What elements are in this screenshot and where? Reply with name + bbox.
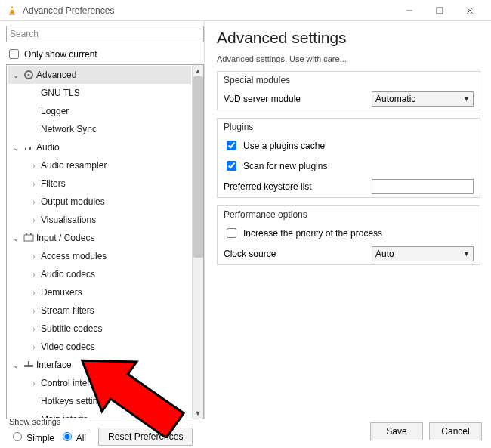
- show-settings-label: Show settings: [9, 417, 193, 426]
- tree-label: Audio: [36, 142, 60, 153]
- tree-label: GNU TLS: [41, 88, 80, 98]
- expand-icon[interactable]: ›: [29, 198, 39, 206]
- svg-rect-4: [437, 8, 443, 14]
- audio-icon: [23, 141, 35, 153]
- tree-item-network-sync[interactable]: Network Sync: [8, 120, 191, 138]
- tree-item-access-modules[interactable]: ›Access modules: [8, 247, 191, 265]
- tree-item-hotkeys[interactable]: Hotkeys settings: [8, 392, 191, 410]
- search-input[interactable]: Search: [6, 26, 204, 42]
- svg-rect-1: [9, 14, 15, 15]
- interface-icon: [23, 359, 35, 371]
- tree-label: Subtitle codecs: [41, 323, 102, 334]
- radio-simple[interactable]: Simple: [9, 430, 54, 443]
- expand-icon[interactable]: ›: [29, 289, 39, 297]
- only-show-current-label: Only show current: [24, 49, 97, 60]
- tree-label: Input / Codecs: [36, 233, 94, 243]
- page-title: Advanced settings: [217, 29, 480, 47]
- collapse-icon[interactable]: ⌄: [11, 144, 21, 152]
- tree-label: Advanced: [36, 70, 76, 80]
- tree-item-demuxers[interactable]: ›Demuxers: [8, 283, 191, 301]
- reset-preferences-button[interactable]: Reset Preferences: [98, 428, 193, 446]
- priority-checkbox[interactable]: [227, 228, 236, 238]
- tree-item-audio-codecs[interactable]: ›Audio codecs: [8, 265, 191, 283]
- checkbox-label: Scan for new plugins: [243, 161, 327, 171]
- radio-all[interactable]: All: [59, 430, 86, 443]
- collapse-icon[interactable]: ⌄: [11, 71, 21, 79]
- tree-label: Interface: [36, 360, 72, 370]
- tree-label: Logger: [41, 106, 69, 116]
- radio-simple-input[interactable]: [13, 432, 22, 441]
- tree-item-logger[interactable]: Logger: [8, 102, 191, 120]
- tree-item-audio-resampler[interactable]: ›Audio resampler: [8, 156, 191, 175]
- vod-label: VoD server module: [224, 94, 367, 104]
- collapse-icon[interactable]: ⌄: [11, 361, 21, 369]
- tree-item-video-codecs[interactable]: ›Video codecs: [8, 338, 191, 356]
- save-button[interactable]: Save: [370, 422, 423, 440]
- chevron-down-icon: ▼: [463, 250, 470, 258]
- checkbox-label: Increase the priority of the process: [243, 228, 382, 239]
- group-header: Performance options: [218, 206, 480, 223]
- only-show-current-checkbox[interactable]: [9, 49, 19, 59]
- tree-item-output-modules[interactable]: ›Output modules: [8, 193, 191, 211]
- window-title: Advanced Preferences: [23, 5, 394, 16]
- expand-icon[interactable]: ›: [29, 325, 39, 333]
- cancel-button[interactable]: Cancel: [429, 422, 482, 440]
- group-special-modules: Special modules VoD server module Automa…: [217, 71, 480, 110]
- combo-value: Automatic: [375, 94, 415, 104]
- tree-label: Network Sync: [41, 124, 97, 134]
- tree-item-input-codecs[interactable]: ⌄ Input / Codecs: [8, 229, 191, 247]
- expand-icon[interactable]: ›: [29, 379, 39, 388]
- chevron-down-icon: ▼: [463, 95, 470, 103]
- tree-item-control-interfaces[interactable]: ›Control interfaces: [8, 374, 191, 392]
- expand-icon[interactable]: ›: [29, 216, 39, 224]
- scrollbar-thumb[interactable]: [193, 76, 203, 258]
- tree-item-audio[interactable]: ⌄ Audio: [8, 138, 191, 156]
- expand-icon[interactable]: ›: [29, 307, 39, 315]
- svg-rect-11: [30, 233, 32, 235]
- button-label: Reset Preferences: [108, 431, 183, 442]
- svg-rect-2: [11, 8, 14, 10]
- tree-label: Audio codecs: [41, 269, 95, 280]
- collapse-icon[interactable]: ⌄: [11, 234, 21, 243]
- scroll-up-icon[interactable]: ▲: [193, 65, 203, 76]
- expand-icon[interactable]: ›: [29, 252, 39, 261]
- tree-item-gnutls[interactable]: GNU TLS: [8, 84, 191, 102]
- button-label: Save: [386, 426, 406, 437]
- expand-icon[interactable]: ›: [29, 343, 39, 351]
- expand-icon[interactable]: ›: [29, 162, 39, 170]
- footer: Show settings Simple All Reset Preferenc…: [0, 419, 491, 448]
- tree-label: Demuxers: [41, 287, 82, 298]
- group-plugins: Plugins Use a plugins cache Scan for new…: [217, 118, 480, 198]
- tree-label: Control interfaces: [41, 378, 112, 388]
- tree-item-filters[interactable]: ›Filters: [8, 175, 191, 193]
- close-button[interactable]: [455, 2, 485, 20]
- left-pane: Search Only show current ⌄ Advanced GNU …: [0, 21, 205, 419]
- vod-combobox[interactable]: Automatic ▼: [372, 91, 474, 107]
- svg-rect-13: [28, 361, 29, 366]
- clock-label: Clock source: [224, 249, 367, 259]
- radio-label: Simple: [26, 433, 54, 443]
- expand-icon[interactable]: ›: [29, 270, 39, 279]
- expand-icon[interactable]: ›: [29, 180, 39, 188]
- keystore-input[interactable]: [372, 179, 474, 194]
- titlebar: Advanced Preferences: [0, 0, 491, 21]
- svg-point-8: [28, 74, 30, 76]
- settings-tree[interactable]: ⌄ Advanced GNU TLS Logger Network Sync ⌄…: [8, 66, 191, 418]
- svg-rect-10: [26, 233, 27, 235]
- tree-item-interface[interactable]: ⌄ Interface: [8, 356, 191, 374]
- maximize-button[interactable]: [425, 2, 455, 20]
- radio-all-input[interactable]: [63, 432, 72, 441]
- svg-rect-9: [24, 235, 33, 241]
- clock-combobox[interactable]: Auto ▼: [372, 246, 474, 261]
- only-show-current[interactable]: Only show current: [6, 47, 204, 61]
- scroll-down-icon[interactable]: ▼: [193, 407, 203, 419]
- plugins-cache-checkbox[interactable]: [227, 141, 236, 150]
- tree-item-subtitle-codecs[interactable]: ›Subtitle codecs: [8, 320, 191, 338]
- tree-item-advanced[interactable]: ⌄ Advanced: [8, 66, 191, 84]
- tree-item-stream-filters[interactable]: ›Stream filters: [8, 301, 191, 320]
- tree-item-visualisations[interactable]: ›Visualisations: [8, 211, 191, 229]
- scan-plugins-checkbox[interactable]: [227, 161, 236, 171]
- tree-label: Stream filters: [41, 305, 94, 316]
- tree-scrollbar[interactable]: ▲ ▼: [192, 65, 203, 419]
- minimize-button[interactable]: [394, 2, 425, 20]
